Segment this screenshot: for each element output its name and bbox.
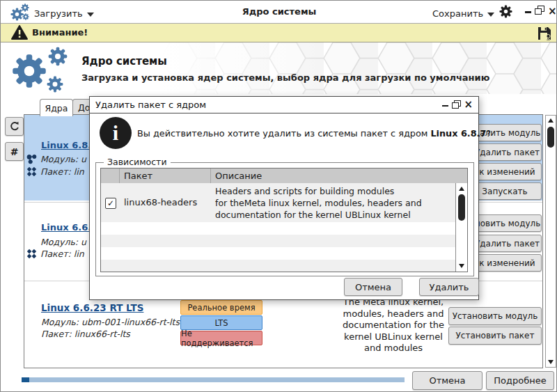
table-row-empty [101, 247, 456, 260]
dialog-close-button[interactable]: × [464, 100, 473, 109]
table-header-row: Пакет Описание [101, 168, 467, 184]
package-icon [26, 249, 37, 259]
button-label: Отмена [355, 282, 391, 292]
dialog-minimize-button[interactable] [442, 105, 448, 107]
delete-package-button[interactable]: Удалить пакет [473, 143, 542, 161]
kernel-package: Пакет: lin [40, 249, 84, 259]
dialog-cancel-button[interactable]: Отмена [344, 278, 402, 296]
scrollbar-thumb[interactable] [547, 127, 554, 148]
scroll-up-arrow[interactable] [456, 184, 467, 194]
package-icon [26, 166, 37, 177]
refresh-button[interactable] [5, 117, 24, 136]
scrollbar-thumb[interactable] [458, 194, 465, 221]
hash-filter-button[interactable]: # [5, 142, 24, 161]
kernel-link[interactable]: Linux 6.6. [41, 222, 91, 233]
hash-label: # [10, 146, 19, 157]
description-line: documentation for the [331, 320, 456, 331]
app-window: Загрузить Ядро системы Сохранить × Внима… [0, 0, 557, 392]
check-icon: ✓ [107, 198, 114, 208]
kernel-link[interactable]: Linux 6.8. [41, 140, 91, 150]
install-module-button[interactable]: Установить модуль [448, 307, 542, 325]
button-label: Установить модуль [453, 311, 538, 321]
refresh-icon [9, 121, 20, 132]
row-description: Headers and scripts for building modules… [215, 185, 422, 221]
main-scrollbar[interactable] [545, 115, 556, 368]
kernel-list-item[interactable]: Linux 6.6.23 RT LTS Модуль: ubm-001-linu… [24, 290, 542, 368]
dialog-delete-button[interactable]: Удалить [419, 278, 479, 296]
column-header-package: Пакет [124, 171, 152, 181]
unsupported-badge: Не поддерживается [180, 331, 262, 345]
warning-triangle-icon [11, 25, 28, 40]
scroll-down-arrow[interactable] [546, 357, 556, 367]
dialog-message: Вы действительно хотите удалить из систе… [137, 128, 491, 139]
scroll-down-arrow[interactable] [456, 261, 467, 271]
description-line: Headers and scripts for building modules [215, 185, 422, 197]
install-package-button[interactable]: Установить пакет [448, 327, 542, 345]
description-line: modules, headers and [331, 308, 456, 320]
description-line: documentation for the kernel UBLinux ker… [215, 209, 422, 221]
delete-kernel-dialog: Удалить пакет с ядром × i Вы действитель… [89, 96, 479, 300]
table-row[interactable]: ✓ linux68-headers Headers and scripts fo… [101, 183, 456, 222]
warning-bar: Внимание! [1, 24, 557, 42]
save-menu[interactable]: Сохранить [432, 6, 494, 19]
description-line: and modules [331, 343, 456, 354]
tab-kernels[interactable]: Ядра [40, 99, 73, 116]
description-line: kernel UBLinux kernel [331, 331, 456, 343]
kernel-link[interactable]: Linux 6.6.23 RT LTS [41, 302, 143, 313]
dialog-title: Удалить пакет с ядром [95, 100, 206, 110]
kernel-module: Модуль: ubm-001-linux66-rt-lts [41, 317, 180, 327]
realtime-badge: Реальное время [180, 300, 262, 315]
button-label: Подробнее [494, 375, 546, 386]
kernel-package: Пакет: lin [40, 166, 84, 177]
button-label: Удалить пакет [475, 239, 540, 249]
close-button[interactable]: × [548, 6, 557, 16]
table-row-empty [101, 260, 456, 272]
description-line: for theMeta linux kernel, modules, heade… [215, 197, 422, 209]
page-title: Ядро системы [81, 55, 167, 68]
row-package-name: linux68-headers [124, 197, 197, 207]
dialog-titlebar: Удалить пакет с ядром × [90, 97, 478, 113]
badge-label: Не поддерживается [181, 329, 262, 348]
hexagon-fade-overlay [161, 42, 557, 94]
bottom-cancel-button[interactable]: Отмена [412, 371, 483, 390]
table-scrollbar[interactable] [455, 183, 467, 272]
tab-kernels-label: Ядра [45, 103, 68, 113]
window-titlebar: Загрузить Ядро системы Сохранить × [1, 1, 557, 24]
delete-package-button[interactable]: Удалить пакет [473, 235, 542, 252]
kernel-description: The Meta linux kernel, modules, headers … [331, 297, 456, 354]
button-label: Установить пакет [455, 331, 534, 340]
info-icon: i [100, 117, 132, 149]
details-button[interactable]: Подробнее [486, 371, 554, 390]
message-suffix: ? [486, 128, 491, 139]
dependencies-label: Зависимости [104, 157, 171, 167]
dialog-maximize-button[interactable] [452, 100, 461, 109]
page-subtitle: Загрузка и установка ядер системы, выбор… [81, 72, 489, 83]
save-menu-label: Сохранить [432, 8, 483, 19]
progress-bar-track [22, 377, 405, 382]
page-gears-icon [10, 45, 77, 95]
button-label: Отмена [429, 375, 465, 386]
badge-label: LTS [214, 318, 228, 328]
settings-gear-icon[interactable] [499, 5, 512, 18]
table-row-empty [101, 235, 456, 247]
warning-text: Внимание! [32, 27, 88, 38]
maximize-button[interactable] [535, 6, 544, 15]
button-label: Удалить пакет [475, 148, 540, 157]
table-row-empty [101, 222, 456, 235]
module-icon [26, 154, 37, 164]
row-checkbox-checked[interactable]: ✓ [105, 198, 116, 209]
dependencies-table: Пакет Описание ✓ linux68-headers Headers… [100, 168, 468, 272]
kernel-module: Модуль: u [40, 237, 86, 247]
button-label: Запускать [482, 187, 527, 196]
badge-label: Реальное время [187, 303, 255, 313]
message-prefix: Вы действительно хотите удалить из систе… [137, 128, 430, 139]
dependencies-groupbox: Зависимости Пакет Описание ✓ linux68-hea… [95, 162, 474, 276]
kernel-module: Модуль: u [40, 154, 86, 164]
kernel-package: Пакет: linux66-rt-lts [41, 329, 130, 339]
scroll-up-arrow[interactable] [546, 116, 556, 125]
minimize-button[interactable] [525, 11, 531, 13]
save-file-icon[interactable] [536, 25, 553, 42]
column-header-description: Описание [215, 171, 262, 181]
chevron-down-icon [487, 13, 494, 17]
button-label: Удалить [430, 282, 469, 292]
